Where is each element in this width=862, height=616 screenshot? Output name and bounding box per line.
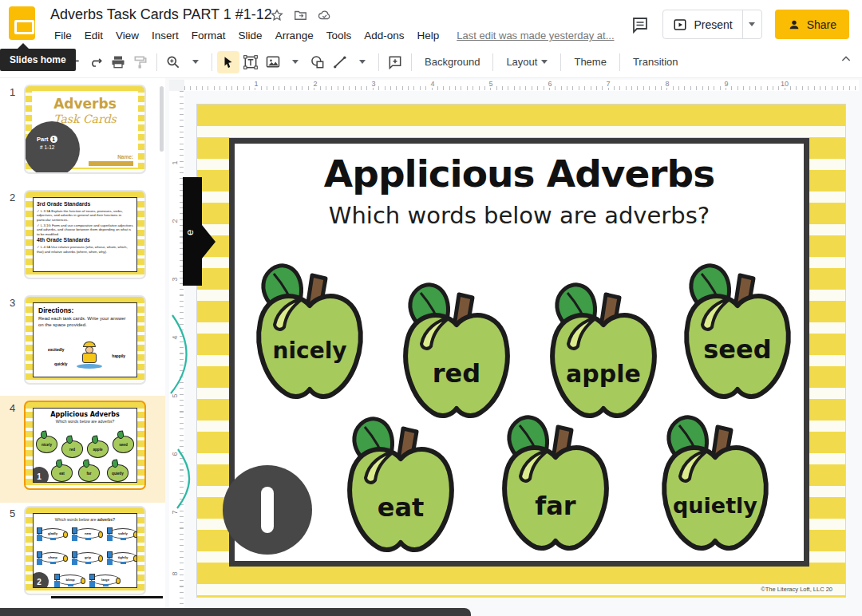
menu-view[interactable]: View — [109, 27, 145, 44]
menu-slide[interactable]: Slide — [232, 27, 269, 44]
svg-text:quietly: quietly — [673, 493, 757, 518]
share-person-icon — [788, 18, 801, 31]
menu-format[interactable]: Format — [185, 27, 232, 44]
thumb5-blimp: grip — [73, 552, 102, 563]
apple-quietly[interactable]: quietly — [655, 414, 775, 570]
insert-comment-tool[interactable] — [384, 51, 406, 73]
line-dropdown[interactable] — [351, 51, 374, 73]
thumb4-badge: 1 — [33, 467, 49, 483]
share-label: Share — [807, 18, 836, 31]
background-button[interactable]: Background — [417, 56, 488, 68]
svg-text:seed: seed — [703, 334, 771, 365]
document-title[interactable]: Adverbs Task Cards PART 1 #1-12 — [50, 6, 272, 23]
bottom-status-bar — [0, 608, 471, 616]
menu-addons[interactable]: Add-ons — [358, 27, 410, 44]
slide-canvas[interactable]: Applicious Adverbs Which words below are… — [196, 104, 846, 598]
menu-insert[interactable]: Insert — [145, 27, 185, 44]
comment-history-icon[interactable] — [631, 15, 650, 34]
last-edit-link[interactable]: Last edit was made yesterday at... — [457, 27, 614, 44]
apple-far[interactable]: far — [496, 414, 615, 570]
move-folder-icon[interactable] — [293, 8, 308, 22]
filmstrip-row-2: 2 3rd Grade Standards ✓ L.3.1A Explain t… — [0, 188, 165, 294]
slide-question[interactable]: Which words below are adverbs? — [235, 202, 804, 229]
menu-arrange[interactable]: Arrange — [269, 27, 320, 44]
slide-thumbnail-1[interactable]: Adverbs Task Cards Part1 # 1-12 Name: — [24, 85, 146, 174]
thumb3-body: Read each task cards. Write your answer … — [38, 316, 132, 328]
paint-format-button[interactable] — [129, 51, 152, 73]
menu-file[interactable]: File — [48, 27, 78, 44]
zoom-tool[interactable] — [162, 51, 184, 73]
slides-home-tooltip: Slides home — [0, 49, 76, 71]
thumb5-blimp: tightly — [109, 552, 137, 563]
thumb5-blimp: new — [73, 528, 102, 539]
slide-number-badge[interactable] — [223, 465, 312, 555]
image-dropdown[interactable] — [284, 51, 306, 73]
slide-thumbnail-2[interactable]: 3rd Grade Standards ✓ L.3.1A Explain the… — [24, 190, 146, 279]
apple-seed[interactable]: seed — [678, 263, 797, 418]
apple-nicely[interactable]: nicely — [250, 263, 370, 418]
present-button[interactable]: Present — [662, 10, 761, 39]
side-panel-tab[interactable]: e — [183, 177, 202, 286]
menu-tools[interactable]: Tools — [320, 27, 358, 44]
workspace: 1 Adverbs Task Cards Part1 # 1-12 Name: — [0, 78, 862, 616]
menu-help[interactable]: Help — [410, 27, 445, 44]
slide-number: 2 — [10, 192, 15, 203]
text-box-tool[interactable] — [239, 51, 262, 73]
print-button[interactable] — [107, 51, 129, 73]
slide-thumbnail-5[interactable]: Which words below are adverbs? gladly ne… — [24, 506, 146, 595]
filmstrip-scrollbar[interactable] — [160, 86, 164, 152]
slides-logo[interactable] — [9, 6, 35, 40]
star-icon[interactable] — [270, 8, 284, 22]
thumb1-name-line — [89, 161, 133, 166]
side-tab-arrow-icon — [202, 225, 216, 259]
thumb4-apple: seed — [113, 436, 134, 453]
present-play-icon — [673, 18, 687, 32]
present-label: Present — [694, 18, 732, 31]
menu-edit[interactable]: Edit — [78, 27, 109, 44]
thumb3-word: excitedly — [48, 348, 65, 352]
top-bar: Adverbs Task Cards PART 1 #1-12 File Edi… — [0, 0, 862, 46]
share-button[interactable]: Share — [775, 10, 849, 39]
slide-number: 5 — [10, 507, 15, 519]
thumb5-question: Which words below are adverbs? — [34, 517, 136, 522]
apple-eat[interactable]: eat — [341, 416, 461, 571]
badge-numeral-1 — [261, 487, 274, 533]
theme-button[interactable]: Theme — [566, 56, 614, 68]
layout-button[interactable]: Layout — [498, 56, 556, 68]
thumb3-word: quickly — [54, 362, 68, 366]
thumb4-title: Applicious Adverbs — [34, 411, 136, 418]
drag-indicator-line — [51, 596, 163, 598]
thumb5-blimp: safely — [109, 528, 137, 539]
transition-button[interactable]: Transition — [625, 56, 686, 68]
copyright-text: ©The Literacy Loft, LLC 20 — [761, 586, 832, 593]
slide-thumbnail-4-selected[interactable]: Applicious Adverbs Which words below are… — [24, 401, 146, 490]
line-tool[interactable] — [329, 51, 351, 73]
slide-number: 1 — [10, 86, 15, 98]
filmstrip-row-3: 3 Directions: Read each task cards. Writ… — [0, 294, 165, 399]
cloud-saved-icon[interactable] — [317, 8, 333, 22]
thumb1-title: Adverbs — [32, 96, 138, 112]
slide-filmstrip: 1 Adverbs Task Cards Part1 # 1-12 Name: — [0, 78, 165, 616]
hide-menus-button[interactable] — [840, 53, 852, 65]
thumb5-blimp: large — [91, 575, 120, 585]
thumb4-apple: quietly — [107, 464, 129, 482]
menu-bar: File Edit View Insert Format Slide Arran… — [48, 27, 615, 44]
slide-number: 4 — [10, 402, 15, 414]
svg-text:apple: apple — [566, 360, 641, 388]
svg-text:far: far — [535, 491, 576, 521]
standard-item: ✓ L.4.1A Use relative pronouns (who, who… — [37, 245, 133, 254]
filmstrip-row-5: 5 Which words below are adverbs? gladly … — [0, 504, 165, 610]
shape-tool[interactable] — [306, 51, 329, 73]
insert-image-tool[interactable] — [262, 51, 284, 73]
ruler-corner — [169, 80, 184, 91]
slide-number: 3 — [10, 297, 15, 309]
present-dropdown[interactable] — [742, 10, 761, 38]
slide-title[interactable]: Applicious Adverbs — [235, 152, 804, 195]
horizontal-ruler[interactable]: 1 2 3 4 5 6 7 8 9 10 — [184, 80, 859, 91]
redo-button[interactable] — [85, 51, 107, 73]
thumb4-question: Which words below are adverbs? — [34, 419, 136, 424]
zoom-dropdown[interactable] — [184, 51, 207, 73]
slide-thumbnail-3[interactable]: Directions: Read each task cards. Write … — [24, 295, 146, 385]
select-tool[interactable] — [217, 51, 239, 73]
filmstrip-row-1: 1 Adverbs Task Cards Part1 # 1-12 Name: — [0, 83, 165, 188]
